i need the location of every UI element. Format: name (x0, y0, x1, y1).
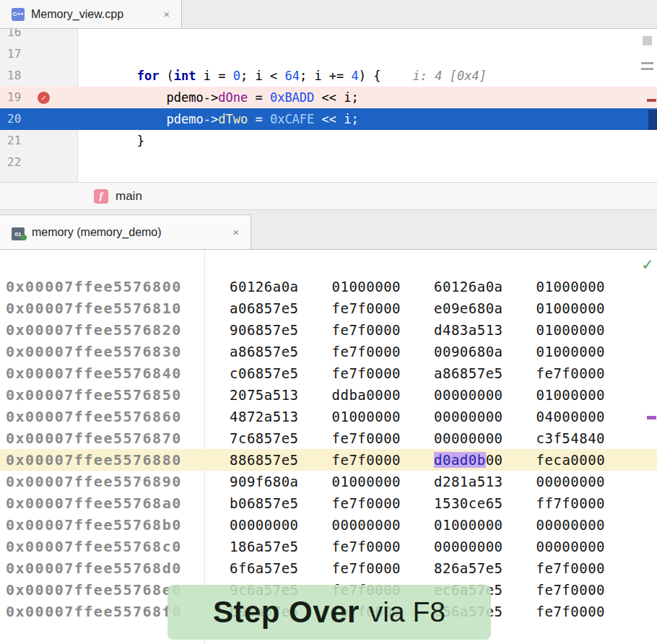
close-tab-icon[interactable]: × (222, 226, 239, 238)
memory-cell[interactable]: fe7f0000 (536, 560, 606, 576)
code-line-19[interactable]: 19✓ pdemo->dOne = 0xBADD << i; (0, 87, 657, 108)
scrollbar-thumb[interactable] (643, 36, 652, 45)
memory-cell[interactable]: 01000000 (536, 300, 606, 316)
memory-cell[interactable]: 01000000 (332, 279, 401, 295)
change-marker-icon[interactable] (641, 62, 653, 64)
memory-cell[interactable]: ddba0000 (332, 387, 401, 403)
memory-cell[interactable]: fe7f0000 (332, 452, 401, 468)
memory-cell[interactable]: 01000000 (536, 344, 606, 360)
code-text[interactable] (78, 43, 657, 65)
memory-cell[interactable]: fe7f0000 (536, 365, 606, 381)
memory-cell[interactable]: 60126a0a (434, 279, 503, 295)
close-tab-icon[interactable]: × (153, 8, 170, 20)
code-line-21[interactable]: 21 } (0, 130, 657, 152)
memory-cell[interactable]: fe7f0000 (332, 300, 401, 316)
memory-address: 0x00007ffee55768c0 (0, 538, 199, 555)
line-number[interactable]: 22 (0, 152, 78, 173)
memory-cell[interactable]: 00000000 (230, 517, 299, 533)
editor-tab-label: Memory_view.cpp (31, 8, 123, 21)
memory-cell[interactable]: 00000000 (434, 539, 503, 554)
memory-cell[interactable]: d0ad0b00 (434, 452, 503, 468)
memory-cell[interactable]: 909f680a (230, 474, 299, 489)
memory-cell[interactable]: fe7f0000 (332, 430, 401, 446)
code-text[interactable] (78, 29, 657, 43)
memory-cell[interactable]: 7c6857e5 (230, 430, 299, 446)
memory-cell[interactable]: 60126a0a (230, 279, 299, 295)
memory-cell[interactable]: 1530ce65 (434, 495, 503, 511)
memory-cell[interactable]: a06857e5 (230, 300, 299, 316)
memory-cell[interactable]: 906857e5 (230, 322, 299, 338)
memory-cell[interactable]: c06857e5 (230, 365, 299, 381)
memory-cell[interactable]: 01000000 (434, 517, 503, 533)
memory-cell[interactable]: fe7f0000 (536, 604, 606, 619)
memory-cell[interactable]: 00000000 (536, 517, 606, 533)
code-text[interactable]: } (78, 130, 657, 152)
memory-cell[interactable]: d281a513 (434, 474, 503, 489)
memory-cell[interactable]: b06857e5 (230, 495, 299, 511)
memory-cell[interactable]: fe7f0000 (332, 539, 401, 554)
memory-cell[interactable]: 00000000 (434, 387, 503, 403)
memory-values: 00000000000000000100000000000000 (199, 517, 605, 533)
memory-cell[interactable]: 6f6a57e5 (230, 560, 299, 576)
memory-cell[interactable]: fe7f0000 (332, 560, 401, 576)
code-line-18[interactable]: 18 for (int i = 0; i < 64; i += 4) {i: 4… (0, 65, 657, 87)
memory-cell[interactable]: 01000000 (536, 387, 606, 403)
memory-cell[interactable]: a86857e5 (230, 344, 299, 360)
line-number[interactable]: 17 (0, 43, 78, 65)
line-number[interactable]: 19✓ (0, 87, 78, 108)
memory-cell[interactable]: 00000000 (536, 539, 606, 554)
memory-cell[interactable]: 0090680a (434, 344, 503, 360)
breakpoint-icon[interactable]: ✓ (38, 92, 50, 104)
memory-cell[interactable]: fe7f0000 (332, 344, 401, 360)
memory-cell[interactable]: 00000000 (332, 517, 401, 533)
memory-cell[interactable]: 4872a513 (230, 409, 299, 425)
frame-function-name[interactable]: main (116, 189, 142, 204)
code-line-16[interactable]: 16 (0, 29, 657, 43)
code-text[interactable]: for (int i = 0; i < 64; i += 4) {i: 4 [0… (78, 65, 657, 87)
memory-cell[interactable]: 01000000 (536, 279, 606, 295)
memory-cell[interactable]: fe7f0000 (536, 582, 606, 598)
memory-cell[interactable]: fe7f0000 (332, 322, 401, 338)
code-line-22[interactable]: 22 (0, 152, 657, 173)
success-check-icon: ✓ (643, 254, 653, 274)
memory-cell[interactable]: 826a57e5 (434, 560, 503, 576)
change-marker-icon[interactable] (641, 68, 653, 70)
memory-cell[interactable]: 2075a513 (230, 387, 299, 403)
breakpoint-stripe-mark[interactable] (647, 99, 656, 102)
tab-memory-view-cpp[interactable]: C++ Memory_view.cpp × (0, 0, 182, 28)
line-number[interactable]: 20 (0, 108, 78, 130)
code-line-20[interactable]: 20 pdemo->dTwo = 0xCAFE << i; (0, 108, 657, 130)
memory-cell[interactable]: d483a513 (434, 322, 503, 338)
memory-address: 0x00007ffee5576880 (0, 451, 199, 469)
memory-cell[interactable]: 00000000 (434, 430, 503, 446)
selected-bytes[interactable]: d0ad0b (434, 452, 486, 468)
code-text[interactable] (78, 152, 657, 173)
memory-cell[interactable]: 01000000 (536, 322, 606, 338)
line-number[interactable]: 16 (0, 29, 78, 43)
code-text[interactable]: pdemo->dOne = 0xBADD << i; (78, 87, 657, 108)
line-number[interactable]: 18 (0, 65, 78, 87)
memory-cell[interactable]: 00000000 (434, 409, 503, 425)
memory-cell[interactable]: c3f54840 (536, 430, 606, 446)
memory-cell[interactable]: 186a57e5 (230, 539, 299, 554)
memory-cell[interactable]: fe7f0000 (332, 495, 401, 511)
memory-cell[interactable]: 886857e5 (230, 452, 299, 468)
memory-cell[interactable]: 04000000 (536, 409, 606, 425)
tab-memory-view[interactable]: 01 memory (memory_demo) × (0, 214, 251, 249)
memory-cell[interactable]: feca0000 (536, 452, 606, 468)
memory-values: 2075a513ddba00000000000001000000 (199, 387, 605, 403)
memory-cell[interactable]: e09e680a (434, 300, 503, 316)
memory-cell[interactable]: 01000000 (332, 409, 401, 425)
memory-cell[interactable]: 00000000 (536, 474, 606, 489)
memory-cell[interactable]: ff7f0000 (536, 495, 606, 511)
stripe-mark-purple[interactable] (647, 416, 656, 419)
memory-cell[interactable]: fe7f0000 (332, 365, 401, 381)
code-editor[interactable]: 161718 for (int i = 0; i < 64; i += 4) {… (0, 29, 657, 183)
code-line-17[interactable]: 17 (0, 43, 657, 65)
code-text[interactable]: pdemo->dTwo = 0xCAFE << i; (78, 108, 657, 130)
memory-address: 0x00007ffee5576890 (0, 473, 199, 490)
memory-cell[interactable]: a86857e5 (434, 365, 503, 381)
memory-cell[interactable]: 01000000 (332, 474, 401, 489)
line-number[interactable]: 21 (0, 130, 78, 152)
execution-stripe-mark[interactable] (648, 110, 657, 130)
